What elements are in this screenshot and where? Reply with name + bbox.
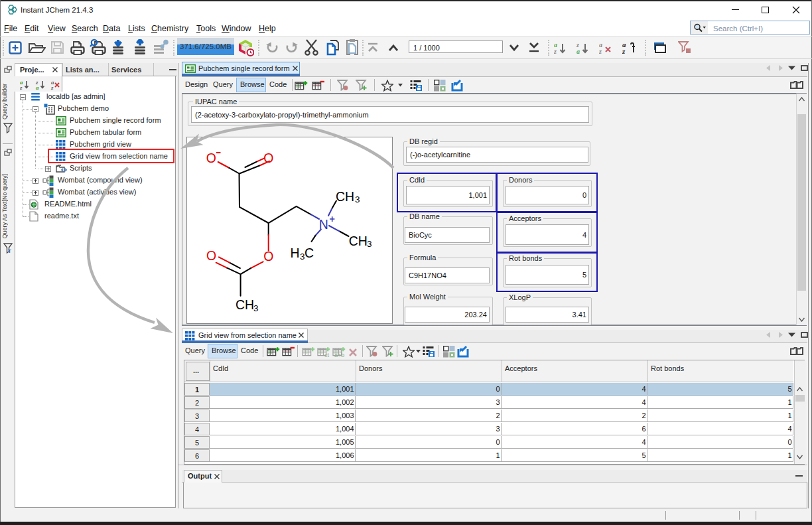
svg-text:a: a (576, 48, 580, 55)
svg-text:O: O (206, 151, 216, 165)
svg-text:z: z (50, 84, 54, 90)
svg-text:3: 3 (253, 303, 259, 313)
svg-text:3: 3 (367, 239, 372, 249)
svg-text:CH: CH (236, 297, 254, 312)
svg-text:CH: CH (336, 189, 354, 204)
svg-text:C: C (304, 246, 314, 260)
svg-text:z: z (20, 84, 23, 90)
svg-text:z: z (554, 48, 557, 55)
svg-text:a: a (36, 84, 39, 90)
svg-text:3: 3 (355, 194, 360, 204)
svg-text:O: O (263, 249, 273, 263)
svg-text:CH: CH (349, 234, 368, 248)
svg-text:O: O (206, 248, 216, 263)
svg-text:H: H (291, 246, 300, 260)
svg-text:T: T (8, 248, 11, 254)
svg-text:z: z (622, 47, 626, 55)
svg-text:N: N (319, 217, 328, 232)
svg-text:O: O (263, 151, 273, 165)
svg-text:z: z (599, 48, 602, 55)
